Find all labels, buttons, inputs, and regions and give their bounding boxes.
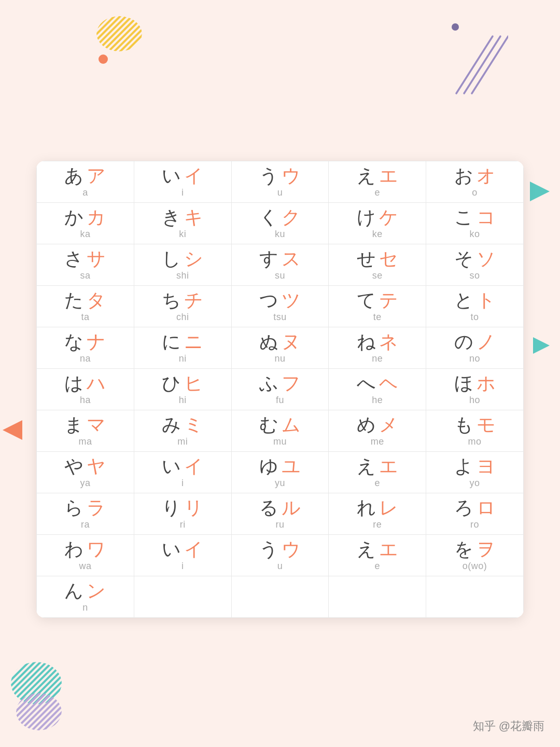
romaji-label: ho (469, 395, 480, 406)
svg-point-10 (11, 662, 62, 704)
table-cell: むムmu (231, 410, 329, 451)
table-cell: んンn (37, 576, 134, 617)
katakana-char: ツ (282, 291, 301, 310)
katakana-char: サ (87, 250, 106, 268)
deco-teal-triangle-2 (533, 337, 550, 356)
romaji-label: me (371, 436, 384, 447)
hiragana-char: え (357, 540, 376, 559)
table-cell: るルru (231, 493, 329, 534)
katakana-char: リ (184, 499, 203, 517)
table-cell: ろロro (426, 493, 524, 534)
table-cell: らラra (37, 493, 134, 534)
hiragana-char: た (64, 291, 83, 310)
romaji-label: shi (176, 270, 189, 281)
table-cell: ほホho (426, 368, 524, 410)
svg-marker-7 (3, 420, 22, 440)
table-cell (426, 576, 524, 617)
hiragana-char: う (259, 167, 278, 185)
katakana-char: ヲ (477, 540, 496, 559)
katakana-char: ユ (282, 457, 301, 476)
katakana-char: コ (477, 208, 496, 227)
katakana-char: メ (379, 416, 398, 434)
table-cell: れレre (329, 493, 426, 534)
table-cell: ゆユyu (231, 451, 329, 493)
hiragana-char: ほ (454, 374, 473, 393)
table-cell: すスsu (231, 244, 329, 285)
svg-point-11 (11, 662, 62, 704)
katakana-char: ノ (477, 333, 496, 351)
table-cell: かカka (37, 202, 134, 244)
table-cell (134, 576, 231, 617)
katakana-char: ネ (379, 333, 398, 351)
deco-orange-triangle (3, 420, 22, 442)
katakana-char: ミ (184, 416, 203, 434)
romaji-label: ra (81, 519, 90, 530)
katakana-char: エ (379, 540, 398, 559)
hiragana-char: め (357, 416, 376, 434)
table-cell: いイi (134, 534, 231, 576)
table-cell (329, 576, 426, 617)
romaji-label: so (470, 270, 480, 281)
table-cell: ひヒhi (134, 368, 231, 410)
katakana-char: ロ (477, 499, 496, 517)
hiragana-char: い (162, 457, 181, 476)
hiragana-char: き (162, 208, 181, 227)
hiragana-char: わ (64, 540, 83, 559)
hiragana-char: ね (357, 333, 376, 351)
hiragana-char: く (259, 208, 278, 227)
hiragana-char: も (454, 416, 473, 434)
table-cell: まマma (37, 410, 134, 451)
hiragana-char: し (162, 250, 181, 268)
katakana-char: イ (184, 540, 203, 559)
romaji-label: ha (80, 395, 91, 406)
katakana-char: ラ (87, 499, 106, 517)
katakana-char: ハ (87, 374, 106, 393)
katakana-char: ス (282, 250, 301, 268)
table-cell: へヘhe (329, 368, 426, 410)
romaji-label: tsu (273, 312, 287, 323)
table-cell: めメme (329, 410, 426, 451)
svg-marker-8 (533, 337, 550, 354)
hiragana-char: え (357, 457, 376, 476)
katakana-char: ソ (477, 250, 496, 268)
table-cell: けケke (329, 202, 426, 244)
table-cell: ふフfu (231, 368, 329, 410)
romaji-label: mo (468, 436, 482, 447)
deco-purple-dot (452, 23, 459, 31)
romaji-label: fu (276, 395, 284, 406)
katakana-char: ン (87, 582, 106, 600)
romaji-label: na (80, 353, 91, 364)
table-cell: いイi (134, 161, 231, 202)
deco-teal-triangle-1 (530, 182, 550, 203)
romaji-label: he (372, 395, 383, 406)
hiragana-char: そ (454, 250, 473, 268)
table-cell: えエe (329, 451, 426, 493)
katakana-char: ヌ (282, 333, 301, 351)
table-cell: うウu (231, 534, 329, 576)
hiragana-char: は (64, 374, 83, 393)
hiragana-char: よ (454, 457, 473, 476)
table-cell: あアa (37, 161, 134, 202)
hiragana-char: ろ (454, 499, 473, 517)
watermark: 知乎 @花瓣雨 (473, 718, 544, 734)
svg-point-13 (16, 693, 62, 730)
hiragana-char: れ (357, 499, 376, 517)
table-cell: にニni (134, 327, 231, 368)
hiragana-char: ん (64, 582, 83, 600)
hiragana-char: す (259, 250, 278, 268)
hiragana-char: ぬ (259, 333, 278, 351)
romaji-label: n (82, 602, 88, 613)
romaji-label: no (469, 353, 480, 364)
katakana-char: シ (184, 250, 203, 268)
table-cell: よヨyo (426, 451, 524, 493)
svg-point-2 (96, 16, 142, 51)
table-cell: のノno (426, 327, 524, 368)
table-cell: わワwa (37, 534, 134, 576)
romaji-label: ni (179, 353, 187, 364)
table-cell: くクku (231, 202, 329, 244)
katakana-char: ヨ (477, 457, 496, 476)
svg-marker-6 (530, 182, 550, 201)
romaji-label: te (373, 312, 382, 323)
hiragana-char: お (454, 167, 473, 185)
hiragana-char: の (454, 333, 473, 351)
